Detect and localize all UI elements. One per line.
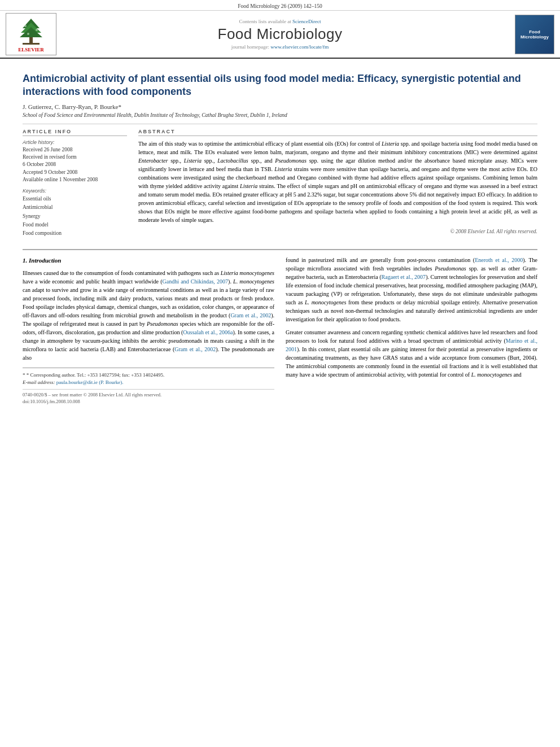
- journal-header: ELSEVIER Contents lists available at Sci…: [0, 11, 560, 59]
- email-address[interactable]: paula.bourke@dit.ie (P. Bourke).: [56, 379, 124, 385]
- email-label: E-mail address:: [23, 379, 55, 385]
- accepted-date: Accepted 9 October 2008: [23, 169, 127, 176]
- body-para-1: Illnesses caused due to the consumption …: [23, 269, 274, 362]
- abstract-listeria4: Listeria: [240, 183, 257, 189]
- authors-text: J. Gutierrez, C. Barry-Ryan, P. Bourke*: [23, 103, 121, 110]
- svg-rect-1: [23, 43, 40, 45]
- received-date: Received 26 June 2008: [23, 146, 127, 154]
- homepage-label: journal homepage:: [231, 44, 269, 50]
- abstract-col: ABSTRACT The aim of this study was to op…: [138, 129, 537, 242]
- keyword-1: Essential oils: [23, 195, 127, 203]
- footnote-content: * Corresponding author. Tel.: +353 14027…: [27, 372, 165, 378]
- sciencedirect-info: Contents lists available at ScienceDirec…: [73, 19, 487, 24]
- abstract-text: The aim of this study was to optimise th…: [138, 139, 537, 224]
- abstract-enterobacter: Enterobacter: [138, 158, 168, 164]
- issn-line: 0740-0020/$ – see front matter © 2008 El…: [23, 389, 274, 406]
- journal-title: Food Microbiology: [73, 25, 487, 43]
- section1-label: Introduction: [29, 257, 61, 264]
- body-columns: 1. Introduction Illnesses caused due to …: [23, 256, 537, 405]
- abstract-listeria-ref: Listeria: [382, 141, 399, 147]
- journal-homepage: journal homepage: www.elsevier.com/locat…: [73, 44, 487, 50]
- keywords-group: Keywords: Essential oils Antimicrobial S…: [23, 188, 127, 238]
- listeria-mono-ref: Listeria monocytogenes: [221, 270, 274, 276]
- footnote-text: * * Corresponding author. Tel.: +353 140…: [23, 372, 274, 379]
- issn-text: 0740-0020/$ – see front matter © 2008 El…: [23, 391, 274, 399]
- journal-citation: Food Microbiology 26 (2009) 142–150: [0, 0, 560, 11]
- abstract-listeria3: Listeria: [274, 166, 292, 172]
- l-mono-ref2: L. monocytogenes: [305, 299, 346, 305]
- oussalah-ref[interactable]: Oussalah et al., 2006a: [183, 329, 233, 335]
- gram2-ref[interactable]: Gram et al., 2002: [174, 346, 216, 352]
- divider-1: [23, 124, 537, 124]
- article-title: Antimicrobial activity of plant essentia…: [23, 72, 537, 99]
- eneroth-ref[interactable]: Eneroth et al., 2000: [475, 257, 523, 263]
- cover-text: Food Microbiology: [518, 29, 552, 40]
- body-col-right: found in pasteurized milk and are genera…: [286, 256, 537, 405]
- l-mono-ref3: L. monocytogenes: [471, 372, 512, 378]
- body-para-right-2: Greater consumer awareness and concern r…: [286, 328, 537, 379]
- keyword-3: Synergy: [23, 212, 127, 221]
- homepage-url[interactable]: www.elsevier.com/locate/fm: [270, 44, 329, 50]
- main-content: Antimicrobial activity of plant essentia…: [0, 59, 560, 411]
- affiliation-line: School of Food Science and Environmental…: [23, 112, 537, 118]
- svg-point-7: [27, 33, 29, 35]
- received-revised-date: 6 October 2008: [23, 161, 127, 168]
- elsevier-label: ELSEVIER: [18, 47, 44, 53]
- journal-cover-area: Food Microbiology: [487, 15, 554, 54]
- gandhi-ref[interactable]: Gandhi and Chikindas, 2007: [163, 278, 229, 285]
- section1-number: 1.: [23, 257, 27, 264]
- elsevier-tree-icon: [14, 16, 48, 47]
- footnote-area: * * Corresponding author. Tel.: +353 140…: [23, 368, 274, 387]
- abstract-lactobacillus: Lactobacillus: [217, 158, 248, 164]
- abstract-heading: ABSTRACT: [138, 129, 537, 136]
- received-revised-label: Received in revised form: [23, 154, 127, 161]
- keywords-label: Keywords:: [23, 188, 127, 194]
- keyword-5: Food composition: [23, 229, 127, 238]
- ragaert-ref[interactable]: Ragaert et al., 2007: [382, 274, 426, 280]
- article-info-col: ARTICLE INFO Article history: Received 2…: [23, 129, 127, 242]
- sciencedirect-link[interactable]: ScienceDirect: [292, 19, 321, 24]
- abstract-pseudomonas: Pseudomonas: [275, 158, 307, 164]
- body-para-right-1: found in pasteurized milk and are genera…: [286, 256, 537, 324]
- history-group: Article history: Received 26 June 2008 R…: [23, 139, 127, 184]
- article-info-heading: ARTICLE INFO: [23, 129, 127, 136]
- available-date: Available online 1 November 2008: [23, 176, 127, 184]
- keyword-2: Antimicrobial: [23, 203, 127, 212]
- svg-point-5: [24, 25, 27, 27]
- keywords-list: Essential oils Antimicrobial Synergy Foo…: [23, 195, 127, 238]
- info-abstract-columns: ARTICLE INFO Article history: Received 2…: [23, 129, 537, 242]
- body-col-left: 1. Introduction Illnesses caused due to …: [23, 256, 274, 405]
- marino-ref[interactable]: Marino et al., 2001: [286, 338, 537, 352]
- gram-ref[interactable]: Gram et al., 2002: [230, 312, 271, 318]
- history-label: Article history:: [23, 139, 127, 145]
- footnote-marker: *: [23, 372, 27, 378]
- sciencedirect-prefix: Contents lists available at: [239, 19, 291, 24]
- section1-title: 1. Introduction: [23, 256, 274, 265]
- bottom-divider: [23, 249, 537, 250]
- pseudomonas-veg: Pseudomonas: [435, 265, 466, 272]
- journal-cover-image: Food Microbiology: [515, 15, 554, 54]
- keyword-4: Food model: [23, 221, 127, 229]
- journal-center: Contents lists available at ScienceDirec…: [73, 19, 487, 50]
- l-mono-ref: L. monocytogenes: [233, 278, 274, 285]
- pseudomonas-ref: Pseudomonas: [147, 321, 178, 327]
- elsevier-box: ELSEVIER: [6, 13, 56, 55]
- abstract-listeria2: Listeria: [184, 158, 202, 164]
- elsevier-logo-area: ELSEVIER: [6, 13, 73, 55]
- email-line: E-mail address: paula.bourke@dit.ie (P. …: [23, 379, 274, 387]
- doi-text: doi:10.1016/j.fm.2008.10.008: [23, 398, 274, 405]
- svg-point-6: [36, 29, 38, 31]
- citation-text: Food Microbiology 26 (2009) 142–150: [238, 3, 322, 9]
- copyright-line: © 2008 Elsevier Ltd. All rights reserved…: [138, 229, 537, 234]
- authors-line: J. Gutierrez, C. Barry-Ryan, P. Bourke*: [23, 103, 537, 110]
